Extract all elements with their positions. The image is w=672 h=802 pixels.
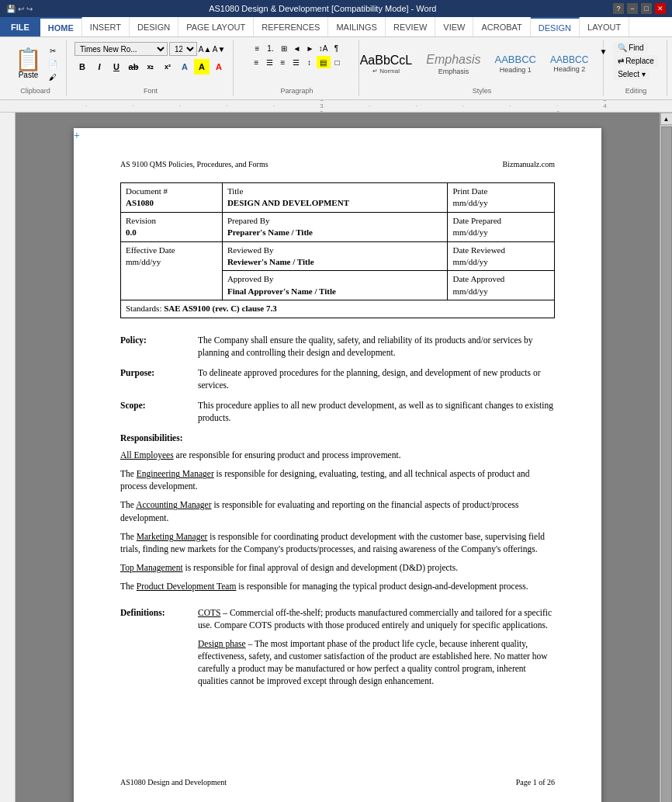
responsibilities-section: Responsibilities: All Employees are resp… <box>120 432 555 599</box>
effective-date-cell: Effective Date mm/dd/yy <box>121 241 223 300</box>
minimize-button[interactable]: − <box>627 3 638 14</box>
marketing-manager-link[interactable]: Marketing Manager <box>137 532 208 541</box>
corner-icon[interactable]: + <box>74 130 80 141</box>
style-h1-preview: AABBCC <box>495 54 536 66</box>
styles-label: Styles <box>473 85 492 95</box>
bold-button[interactable]: B <box>74 59 90 75</box>
tab-review[interactable]: REVIEW <box>386 17 435 36</box>
def-para-cots: COTS – Commercial off-the-shelf; product… <box>198 606 555 631</box>
style-normal[interactable]: AaBbCcL ↵ Normal <box>355 50 418 77</box>
scroll-up-button[interactable]: ▲ <box>660 113 673 125</box>
copy-button[interactable]: 📄 <box>47 57 59 70</box>
cut-button[interactable]: ✂ <box>47 44 59 57</box>
style-h2-preview: AABBCC <box>550 54 588 65</box>
style-heading1[interactable]: AABBCC Heading 1 <box>490 51 542 76</box>
quick-access-icons: 💾 ↩ ↪ <box>6 5 33 13</box>
resp-para-accounting: The Accounting Manager is responsible fo… <box>120 498 555 523</box>
employees-link[interactable]: All Employees <box>120 450 174 460</box>
tab-design[interactable]: DESIGN <box>130 17 178 36</box>
tab-insert[interactable]: INSERT <box>82 17 130 36</box>
subscript-button[interactable]: x₂ <box>143 59 158 75</box>
align-left-button[interactable]: ≡ <box>251 56 263 68</box>
page-container: + AS 9100 QMS Policies, Procedures, and … <box>16 113 660 802</box>
clipboard-content: 📋 Paste ✂ 📄 🖌 <box>12 42 59 85</box>
tab-layout[interactable]: LAYOUT <box>580 17 629 36</box>
responsibilities-label: Responsibilities: <box>120 432 555 444</box>
tab-file[interactable]: FILE <box>0 17 40 36</box>
style-h2-label: Heading 2 <box>553 65 585 73</box>
restore-button[interactable]: □ <box>641 3 652 14</box>
italic-button[interactable]: I <box>92 59 107 75</box>
clipboard-group: 📋 Paste ✂ 📄 🖌 Clipboard <box>5 40 67 96</box>
window-controls[interactable]: ? − □ ✕ <box>613 3 666 14</box>
tab-home[interactable]: HOME <box>40 17 82 36</box>
style-emphasis-label: Emphasis <box>438 68 469 75</box>
document-info-table: Document # AS1080 Title DESIGN AND DEVEL… <box>120 182 555 318</box>
borders-button[interactable]: □ <box>331 56 344 68</box>
sort-button[interactable]: ↕A <box>317 42 330 54</box>
numbering-button[interactable]: 1. <box>265 42 277 54</box>
help-button[interactable]: ? <box>613 3 624 14</box>
tab-mailings[interactable]: MAILINGS <box>328 17 386 36</box>
tab-references[interactable]: REFERENCES <box>254 17 328 36</box>
list-indent-row: ≡ 1. ⊞ ◄ ► ↕A ¶ <box>251 42 343 54</box>
decrease-indent-button[interactable]: ◄ <box>291 42 303 54</box>
scroll-thumb[interactable] <box>661 127 672 802</box>
format-painter-button[interactable]: 🖌 <box>47 71 59 83</box>
responsibilities-content: All Employees are responsible for ensuri… <box>120 449 555 599</box>
decrease-font-button[interactable]: A▼ <box>213 43 225 55</box>
close-button[interactable]: ✕ <box>655 3 666 14</box>
font-format-row: B I U ab x₂ x² A A A <box>74 59 227 75</box>
align-row: ≡ ☰ ≡ ☰ ↕ ▤ □ <box>251 56 344 68</box>
highlight-button[interactable]: A <box>194 59 210 75</box>
top-management-link[interactable]: Top Management <box>120 563 183 572</box>
font-group: Times New Ro... 12 A▲ A▼ B I U ab x₂ x² … <box>68 40 234 96</box>
left-scroll-bar <box>0 113 16 802</box>
underline-button[interactable]: U <box>109 59 124 75</box>
align-center-button[interactable]: ☰ <box>264 56 276 68</box>
resp-para3-pre: The <box>120 500 136 509</box>
cots-link[interactable]: COTS <box>198 608 220 617</box>
tab-page-layout[interactable]: PAGE LAYOUT <box>178 17 254 36</box>
resp-para-marketing: The Marketing Manager is responsible for… <box>120 530 555 555</box>
ruler-marks: · · · · · 1 · · · · · 2 · · · · · 3 · · … <box>85 100 672 113</box>
find-button[interactable]: 🔍 Find <box>614 42 647 54</box>
ribbon-content: 📋 Paste ✂ 📄 🖌 Clipboard Times New Ro... <box>0 37 672 99</box>
show-hide-button[interactable]: ¶ <box>331 42 343 54</box>
text-effects-button[interactable]: A <box>177 59 192 75</box>
style-normal-label: ↵ Normal <box>372 68 400 75</box>
select-button[interactable]: Select ▾ <box>614 68 649 80</box>
justify-button[interactable]: ☰ <box>290 56 303 68</box>
design-phase-link[interactable]: Design phase <box>198 639 246 648</box>
tab-design2[interactable]: DESIGN <box>531 17 580 36</box>
style-emphasis[interactable]: Emphasis Emphasis <box>421 50 486 77</box>
window-title: AS1080 Design & Development [Compatibili… <box>33 4 613 13</box>
page-corner-marker[interactable]: + <box>74 128 83 137</box>
replace-button[interactable]: ⇄ Replace <box>614 55 658 67</box>
shading-button[interactable]: ▤ <box>317 56 331 68</box>
style-h1-label: Heading 1 <box>500 66 532 74</box>
product-dev-team-link[interactable]: Product Development Team <box>137 582 237 591</box>
superscript-button[interactable]: x² <box>160 59 175 75</box>
font-name-select[interactable]: Times New Ro... <box>74 42 168 56</box>
bullets-button[interactable]: ≡ <box>251 42 264 54</box>
prepared-by-cell: Prepared By Preparer's Name / Title <box>222 212 448 241</box>
multilevel-button[interactable]: ⊞ <box>278 42 290 54</box>
line-spacing-button[interactable]: ↕ <box>303 56 316 68</box>
align-right-button[interactable]: ≡ <box>277 56 289 68</box>
font-size-select[interactable]: 12 <box>169 42 197 56</box>
increase-indent-button[interactable]: ► <box>304 42 317 54</box>
increase-font-button[interactable]: A▲ <box>199 43 211 55</box>
style-heading2[interactable]: AABBCC Heading 2 <box>545 52 594 75</box>
policy-section: Policy: The Company shall ensure the qua… <box>120 334 555 359</box>
accounting-manager-link[interactable]: Accounting Manager <box>136 500 211 509</box>
tab-view[interactable]: VIEW <box>435 17 473 36</box>
right-scrollbar[interactable]: ▲ ▼ <box>660 113 672 802</box>
engineering-manager-link[interactable]: Engineering Manager <box>137 469 214 478</box>
resp-para4-pre: The <box>120 532 137 541</box>
resp-para-engineering: The Engineering Manager is responsible f… <box>120 467 555 492</box>
tab-acrobat[interactable]: ACROBAT <box>473 17 530 36</box>
paste-button[interactable]: 📋 Paste <box>12 47 45 81</box>
font-color-button[interactable]: A <box>211 59 227 75</box>
strikethrough-button[interactable]: ab <box>126 59 141 75</box>
